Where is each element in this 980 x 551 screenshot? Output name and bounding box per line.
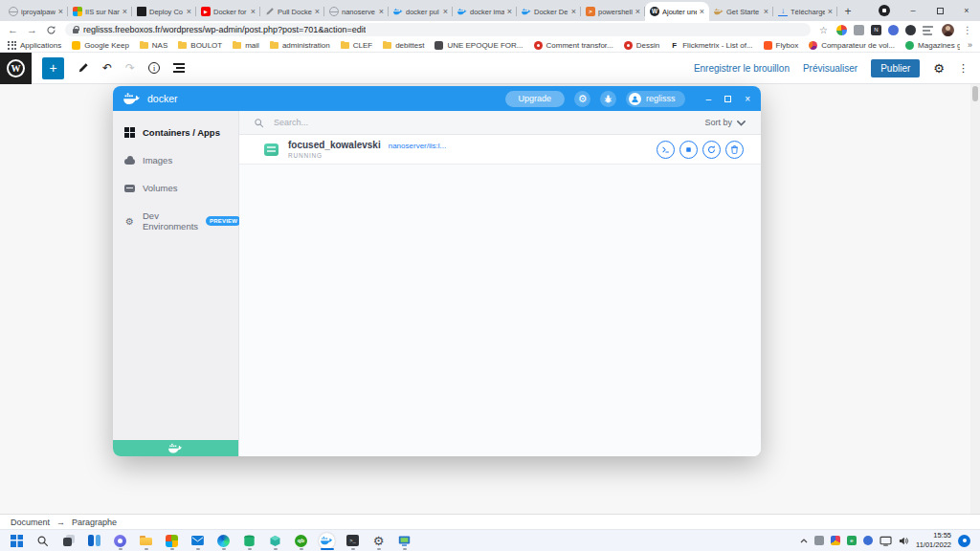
extension-list-icon[interactable]: [923, 25, 933, 35]
container-row[interactable]: focused_kowalevski nanoserver/iis:l... R…: [239, 135, 761, 165]
taskbar-store-icon[interactable]: [159, 530, 185, 551]
sidebar-item-dev-environments[interactable]: ⚙Dev EnvironmentsPREVIEW: [113, 202, 238, 240]
bookmarks-overflow-chevron[interactable]: »: [960, 40, 972, 50]
tab-close-icon[interactable]: ×: [122, 8, 127, 16]
tab-close-icon[interactable]: ×: [571, 8, 576, 16]
taskbar-docker-icon[interactable]: [314, 530, 340, 551]
redo-icon[interactable]: ↷: [125, 62, 135, 74]
bookmark-item[interactable]: Comparateur de vol...: [809, 41, 895, 50]
tab[interactable]: iproyalpawn×: [4, 2, 68, 21]
sidebar-item-images[interactable]: Images: [113, 146, 238, 174]
wordpress-logo[interactable]: W: [0, 53, 32, 84]
bookmark-item[interactable]: UNE EPOQUE FOR...: [434, 41, 523, 50]
notification-center-badge[interactable]: [958, 535, 970, 547]
docker-engine-status-bar[interactable]: [113, 440, 238, 456]
taskbar-quickbooks-icon[interactable]: qb: [288, 530, 314, 551]
tab[interactable]: docker ima×: [453, 2, 517, 21]
tab-close-icon[interactable]: ×: [379, 8, 384, 16]
upgrade-button[interactable]: Upgrade: [505, 91, 566, 107]
scrollbar-thumb[interactable]: [972, 86, 978, 101]
taskbar-search-icon[interactable]: [30, 530, 56, 551]
tray-color-icon[interactable]: [831, 536, 840, 545]
tab[interactable]: nanoserve×: [324, 2, 389, 21]
tab-close-icon[interactable]: ×: [187, 8, 191, 16]
taskbar-terminal-icon[interactable]: >_: [340, 530, 366, 551]
stop-container-button[interactable]: [679, 141, 698, 159]
bookmark-item[interactable]: CLEF: [341, 41, 372, 50]
browser-profile-avatar[interactable]: [942, 24, 954, 36]
docker-maximize-button[interactable]: [724, 96, 731, 102]
bookmark-item[interactable]: NAS: [140, 41, 167, 50]
taskbar-settings-icon[interactable]: ⚙: [366, 530, 391, 551]
docker-settings-gear-icon[interactable]: ⚙: [574, 91, 590, 107]
extension-blue-icon[interactable]: [888, 25, 899, 35]
extension-colorwheel-icon[interactable]: [836, 25, 847, 35]
restart-container-button[interactable]: [702, 141, 721, 159]
taskbar-chat-icon[interactable]: [107, 530, 133, 551]
browser-close-button[interactable]: ×: [953, 0, 980, 21]
media-controls-icon[interactable]: [879, 5, 890, 16]
tab-active[interactable]: WAjouter une×: [645, 2, 709, 21]
back-icon[interactable]: ←: [8, 25, 18, 35]
list-view-icon[interactable]: [173, 63, 185, 73]
taskbar-file-explorer-icon[interactable]: [133, 530, 159, 551]
hidden-icons-chevron[interactable]: [800, 539, 808, 543]
taskbar-virtual-machine-icon[interactable]: [391, 530, 417, 551]
taskbar-mail-icon[interactable]: [185, 530, 211, 551]
bookmark-item[interactable]: Google Keep: [72, 41, 129, 50]
tab[interactable]: >powershell×: [581, 2, 645, 21]
tab-close-icon[interactable]: ×: [443, 8, 448, 16]
add-block-button[interactable]: +: [42, 57, 64, 79]
undo-icon[interactable]: ↶: [102, 62, 112, 74]
address-bar[interactable]: reglisss.freeboxos.fr/wordpress/wp-admin…: [65, 23, 811, 36]
tab-close-icon[interactable]: ×: [635, 8, 640, 16]
open-cli-button[interactable]: [657, 141, 675, 159]
taskbar-start-icon[interactable]: [4, 530, 30, 551]
tab-close-icon[interactable]: ×: [700, 8, 704, 16]
tab-close-icon[interactable]: ×: [315, 8, 320, 16]
bookmark-item[interactable]: Applications: [8, 41, 61, 50]
details-info-icon[interactable]: i: [148, 62, 160, 74]
edit-pencil-icon[interactable]: [78, 62, 89, 74]
page-scrollbar[interactable]: [970, 84, 980, 514]
taskbar-clock[interactable]: 15:55 11/01/2022: [916, 531, 951, 550]
reload-icon[interactable]: [46, 25, 56, 35]
publish-button[interactable]: Publier: [871, 59, 920, 77]
taskbar-edge-icon[interactable]: [211, 530, 236, 551]
extension-screenshot-icon[interactable]: [854, 25, 864, 35]
bookmark-item[interactable]: mail: [233, 41, 259, 50]
tab-close-icon[interactable]: ×: [251, 8, 256, 16]
tab[interactable]: Pull Docke×: [260, 2, 324, 21]
bookmark-item[interactable]: Magazines gratuits...: [905, 41, 960, 50]
block-breadcrumb[interactable]: Paragraphe: [72, 518, 117, 527]
docker-minimize-button[interactable]: –: [706, 94, 712, 104]
options-menu-icon[interactable]: ⋮: [958, 62, 969, 75]
browser-minimize-button[interactable]: –: [900, 0, 926, 21]
tab[interactable]: IIS sur Nan×: [68, 2, 132, 21]
bookmark-item[interactable]: BOULOT: [178, 41, 222, 50]
bookmark-item[interactable]: Flybox: [764, 41, 799, 50]
search-input[interactable]: [272, 117, 697, 128]
bookmark-item[interactable]: debittest: [383, 41, 424, 50]
tab[interactable]: Get Starte×: [709, 2, 773, 21]
tab-close-icon[interactable]: ×: [764, 8, 768, 16]
forward-icon[interactable]: →: [27, 25, 37, 35]
tray-green-icon[interactable]: e: [847, 536, 857, 545]
browser-maximize-button[interactable]: [926, 0, 953, 21]
tray-blue-icon[interactable]: [863, 536, 873, 545]
volume-icon[interactable]: [899, 536, 909, 546]
sidebar-item-containers-apps[interactable]: Containers / Apps: [113, 119, 238, 146]
document-breadcrumb[interactable]: Document: [11, 518, 50, 527]
bookmark-star-icon[interactable]: ☆: [819, 25, 828, 35]
taskbar-widgets-icon[interactable]: [81, 530, 107, 551]
docker-account-button[interactable]: reglisss: [626, 91, 685, 107]
tab-close-icon[interactable]: ×: [58, 8, 63, 16]
preview-button[interactable]: Prévisualiser: [803, 63, 858, 74]
tab[interactable]: ↓Télécharge×: [773, 2, 837, 21]
browser-menu-icon[interactable]: ⋮: [963, 25, 972, 35]
tab-close-icon[interactable]: ×: [828, 8, 833, 16]
taskbar-paint3d-icon[interactable]: [262, 530, 288, 551]
bookmark-item[interactable]: Dessin: [624, 41, 659, 50]
bookmark-item[interactable]: administration: [270, 41, 330, 50]
sort-by-dropdown[interactable]: Sort by: [704, 118, 746, 128]
